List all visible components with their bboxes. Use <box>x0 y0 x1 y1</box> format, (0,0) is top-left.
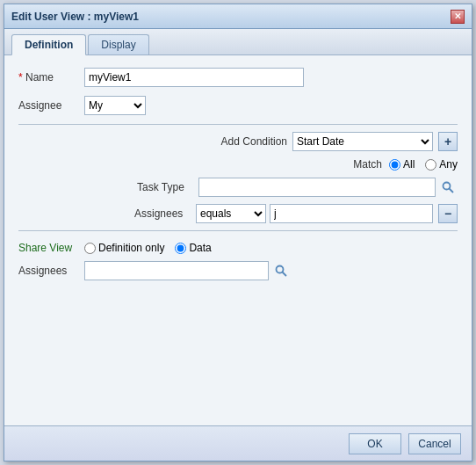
footer: OK Cancel <box>4 425 472 461</box>
required-star: * <box>18 71 25 84</box>
assignees-label: Assignees <box>134 207 196 220</box>
definition-only-label: Definition only <box>98 242 164 254</box>
match-any-option[interactable]: Any <box>425 158 458 171</box>
dialog-title: Edit User View : myView1 <box>11 11 139 23</box>
task-type-label: Task Type <box>137 181 198 193</box>
tab-definition[interactable]: Definition <box>11 34 86 55</box>
match-any-radio[interactable] <box>425 159 436 171</box>
task-type-search-button[interactable] <box>438 178 458 197</box>
assignees-row: Assignees equals not equals contains − <box>18 204 458 223</box>
search-icon <box>442 181 454 193</box>
assignee-label: Assignee <box>18 99 84 112</box>
share-view-section: Share View Definition only Data Assignee… <box>18 242 458 280</box>
close-button[interactable]: ✕ <box>451 10 465 24</box>
name-row: * Name <box>18 68 458 87</box>
assignee-row: Assignee My All User <box>18 96 458 115</box>
edit-user-view-dialog: Edit User View : myView1 ✕ Definition Di… <box>4 4 472 461</box>
match-label: Match <box>353 158 382 171</box>
match-radio-group: All Any <box>389 158 458 171</box>
equals-select[interactable]: equals not equals contains <box>196 204 266 223</box>
add-condition-label: Add Condition <box>221 135 287 148</box>
match-all-radio[interactable] <box>389 159 400 171</box>
divider <box>18 124 458 125</box>
assignee-select[interactable]: My All User <box>84 96 146 115</box>
svg-line-3 <box>283 272 287 277</box>
search-icon-2 <box>275 265 287 277</box>
svg-point-0 <box>444 183 451 190</box>
dialog-content: * Name Assignee My All User Add Conditio… <box>4 55 472 425</box>
remove-condition-button[interactable]: − <box>438 204 458 223</box>
definition-only-radio[interactable] <box>84 243 96 254</box>
share-assignees-search-button[interactable] <box>271 261 291 280</box>
data-option[interactable]: Data <box>175 242 211 254</box>
name-input[interactable] <box>84 68 304 87</box>
share-assignees-label: Assignees <box>18 265 84 277</box>
share-view-row: Share View Definition only Data <box>18 242 458 254</box>
cancel-button[interactable]: Cancel <box>408 433 461 454</box>
ok-button[interactable]: OK <box>349 433 401 454</box>
share-view-radio-group: Definition only Data <box>84 242 212 254</box>
task-type-row: Task Type <box>18 178 458 197</box>
data-label: Data <box>189 242 211 254</box>
share-view-label: Share View <box>18 242 84 254</box>
assignees-input[interactable] <box>270 204 433 223</box>
share-assignees-input[interactable] <box>84 261 269 280</box>
definition-only-option[interactable]: Definition only <box>84 242 164 254</box>
tab-display[interactable]: Display <box>88 34 148 54</box>
match-all-label: All <box>403 158 415 171</box>
name-label: * Name <box>18 71 84 84</box>
data-radio[interactable] <box>175 243 186 254</box>
match-all-option[interactable]: All <box>389 158 415 171</box>
share-assignees-row: Assignees <box>18 261 458 280</box>
task-type-input[interactable] <box>198 178 436 197</box>
add-condition-row: Add Condition Start Date End Date Priori… <box>18 132 458 151</box>
divider-2 <box>18 230 458 231</box>
spacer <box>18 280 458 351</box>
match-any-label: Any <box>439 158 458 171</box>
add-condition-button[interactable]: + <box>438 132 458 151</box>
svg-line-1 <box>450 189 454 193</box>
title-bar: Edit User View : myView1 ✕ <box>4 4 472 29</box>
match-row: Match All Any <box>18 158 458 171</box>
svg-point-2 <box>277 266 284 273</box>
condition-select[interactable]: Start Date End Date Priority Status <box>292 132 433 151</box>
tab-bar: Definition Display <box>4 29 472 55</box>
